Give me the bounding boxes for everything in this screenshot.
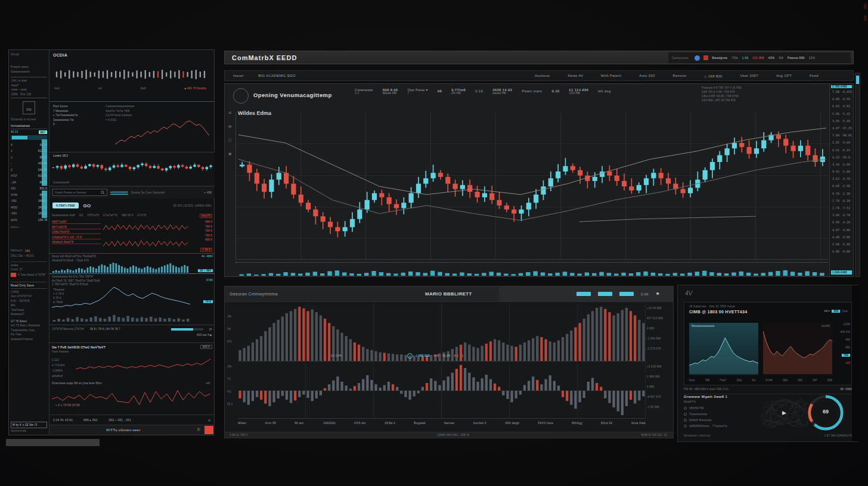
search-filter-label[interactable]: Dwwtw 3w Cwm 3wwwtwh xyxy=(131,191,165,194)
range-pill-2[interactable] xyxy=(598,292,612,296)
menu-item[interactable]: Auto 020 xyxy=(639,74,655,77)
namours-row: Namours 101 xyxy=(11,249,47,253)
ticker-item[interactable]: 43% xyxy=(768,56,775,60)
red-label[interactable]: 48w8w8 48w878 xyxy=(52,241,101,244)
read-line[interactable]: 7ww7www xyxy=(11,309,47,311)
ticker-item[interactable]: Pwwcw-999 xyxy=(788,56,804,60)
search-input[interactable]: Gwwh Pwwtw w 3wwww xyxy=(52,189,107,196)
flag-icon[interactable]: ⚐ xyxy=(197,428,201,432)
ticker-item[interactable]: 1.99 xyxy=(742,56,749,60)
read-line[interactable]: (7878) xyxy=(11,291,47,294)
ticker-item[interactable]: Bwwdgrew xyxy=(712,56,727,60)
access-row[interactable]: Oczamka ⊡ Access xyxy=(11,118,47,121)
insight-axis-label: 6ww xyxy=(689,379,695,382)
sidebar-footer-a: 0.04 4h 43 81 xyxy=(53,418,73,422)
insight-item[interactable]: w88888M3www · 77wwww7w xyxy=(684,425,755,428)
menu-item[interactable]: Auctions xyxy=(535,74,550,77)
gear-icon[interactable]: ⚙ xyxy=(207,418,211,422)
read-line[interactable]: Mw- xyxy=(11,304,47,307)
search-link[interactable]: 48888888888 xyxy=(110,191,128,194)
ticker-item[interactable]: 73% xyxy=(731,56,738,60)
menu-item[interactable]: ◇ 168 800 xyxy=(704,74,723,78)
menu-item[interactable]: User 2007 xyxy=(740,74,758,77)
menu-item[interactable]: Issuer xyxy=(233,74,244,77)
blue-chip-2[interactable]: 78 8 xyxy=(203,300,213,303)
instrument-logo[interactable] xyxy=(233,88,249,104)
menu-item[interactable]: BIG ACADEMIC EDO xyxy=(258,74,296,77)
rail-bottom-chip[interactable]: M by K u 1E Nm /3 xyxy=(11,422,47,428)
red-header-item[interactable]: 3wwwwwwtw Aw8 xyxy=(52,214,75,217)
blue-line-text: 3wwwwwww 8w 8 w 78w 78878 xyxy=(52,275,153,278)
candlestick-plot[interactable] xyxy=(235,113,828,260)
menu-item[interactable]: With Patent xyxy=(601,74,621,77)
insight-chart-red[interactable]: 4w348 xyxy=(763,323,832,375)
main-title-bar[interactable]: ComMatrbX EEDD Casseyrwer Bwwdgrew73%1.9… xyxy=(224,51,854,64)
stop-button[interactable] xyxy=(204,426,213,434)
tool-grid-icon[interactable]: ⊞ xyxy=(228,110,231,114)
tool-split-icon[interactable]: ◫ xyxy=(228,138,232,142)
insight-item[interactable]: 8w8w8 Mwwwww xyxy=(684,419,755,422)
search-add[interactable]: + 438 xyxy=(204,191,212,194)
ticker-blue-icon[interactable] xyxy=(695,55,700,61)
overview-chip[interactable]: 888 8 xyxy=(200,345,212,349)
ticker-red-icon[interactable] xyxy=(703,55,708,60)
read-line[interactable]: Jwm 479787747 xyxy=(11,295,47,298)
menu-item[interactable]: Feed xyxy=(810,74,819,77)
promo-chip-button[interactable]: 4,7887+7888 xyxy=(52,202,79,208)
chart-info-rows: Pwtwww 4 8.788 787 4 (8.788)G88 781.8 4.… xyxy=(702,86,826,102)
range-pill-3[interactable] xyxy=(619,292,634,296)
teal-chip-1[interactable]: 44. 4884 xyxy=(202,255,213,258)
menu-item[interactable]: Rezone xyxy=(673,74,686,77)
red-label[interactable]: C8w8w878 0.150 .70 8 xyxy=(52,236,101,239)
orderbook-size: 4092 xyxy=(11,204,24,210)
tool-box-icon[interactable]: ▣ xyxy=(228,151,232,155)
bottom-overlay-row: 01 GPA ( 088 01849841.059.0) xyxy=(225,352,673,359)
overlay-stat: 9.0 xyxy=(454,354,458,357)
red-header-item[interactable]: 3787w78 xyxy=(87,214,99,217)
fid-chip[interactable]: FID xyxy=(23,101,35,114)
red-hot-badge[interactable]: 8ww78 xyxy=(200,214,212,218)
menu-item[interactable]: Avg CPT xyxy=(776,74,792,77)
histB-right-labels: +3 818 8881 888 8888 888-8 887 878-1 88 … xyxy=(647,365,662,409)
scrollbar-thumb[interactable] xyxy=(856,76,859,84)
histogram-lower[interactable] xyxy=(238,363,646,419)
price-scale[interactable]: 2.788-0488 7.98 -0.4534.80 -8.936.83 -0.… xyxy=(829,84,853,276)
widget-ocdia: OCDIA 4wd w4 8w8 ■ 484 78 8ww8w xyxy=(49,50,215,102)
gauge[interactable]: 69 xyxy=(805,392,846,433)
insight-item[interactable]: 585/58/758 xyxy=(684,407,755,410)
red-header-item[interactable]: 488 38 4 xyxy=(122,214,133,217)
red-label[interactable]: 48877w887 xyxy=(52,220,101,224)
red-header-item[interactable]: G7V78 xyxy=(137,214,146,217)
progress-bar[interactable] xyxy=(171,328,203,331)
chart-info-row: G84 888 | 887 98 788 878 xyxy=(702,99,826,102)
red-label[interactable]: G88w78w878 xyxy=(52,230,101,234)
bottom-flag-icon[interactable]: ⚑ xyxy=(656,292,660,297)
menu-item[interactable]: News All xyxy=(568,74,582,77)
rail-mini-line: 1899 · Prw 135 xyxy=(11,93,46,96)
red-header-item[interactable]: G8 xyxy=(79,214,83,217)
teal-chip-2[interactable]: 18 – 484 xyxy=(198,269,213,272)
widget-mini-candles[interactable]: Lowes 18.2 Gwwwwww8 xyxy=(49,152,215,186)
ctrl-right[interactable]: 833 ww 4 ▶ xyxy=(197,334,212,337)
play-icon[interactable]: ▶ xyxy=(782,410,786,416)
wkw-label: wwkw xyxy=(11,261,47,267)
go-button[interactable]: GO xyxy=(83,203,91,208)
insight-chart-teal[interactable]: Mwwwwwwwwww xyxy=(689,323,758,375)
price-scale-row: 6.83 -0.62 xyxy=(830,102,853,110)
ticker-item[interactable]: 12% xyxy=(808,56,815,60)
ticker-item[interactable]: 101 868 xyxy=(752,56,764,60)
tool-rows-icon[interactable]: ▤ xyxy=(228,124,232,128)
read-line[interactable]: 978 – 78/7878 xyxy=(11,300,47,303)
insight-item[interactable]: Twwwwwwww xyxy=(684,413,755,416)
read-line[interactable]: 8wwwww7 xyxy=(11,313,47,316)
red-label[interactable]: 8877w8878 xyxy=(52,226,101,229)
ticker-item[interactable]: 5/8 xyxy=(779,56,783,60)
refresh-icon[interactable]: ⟳ xyxy=(209,327,212,331)
chart-scrollbar[interactable] xyxy=(855,73,860,277)
depth-chip[interactable]: MU xyxy=(39,130,47,134)
range-pill-1[interactable] xyxy=(576,292,591,296)
taskbar-stub[interactable] xyxy=(6,439,100,446)
red-header-item[interactable]: G7w7w778 xyxy=(103,214,117,217)
blue-chip-1[interactable]: 8788 xyxy=(206,279,213,282)
insight-badge[interactable]: 888 xyxy=(832,310,840,313)
